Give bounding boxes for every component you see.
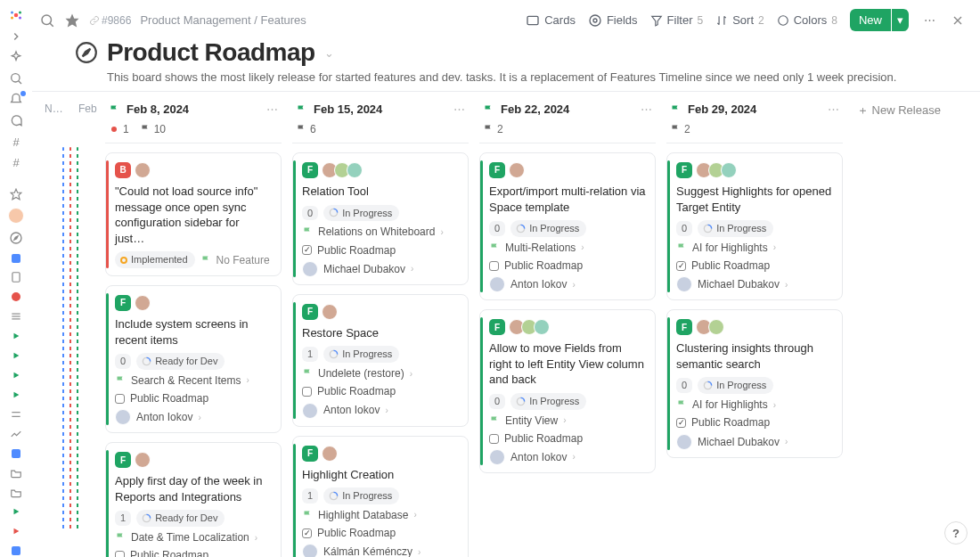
filter-button[interactable]: Filter5 xyxy=(650,13,704,27)
svg-marker-22 xyxy=(66,13,79,27)
svg-marker-14 xyxy=(14,353,20,359)
sq-blue3-icon[interactable] xyxy=(8,545,24,557)
search-icon[interactable] xyxy=(8,71,24,86)
svg-marker-8 xyxy=(14,236,18,240)
column-stats: 2 xyxy=(479,119,656,143)
card[interactable]: F Include system screens in recent items… xyxy=(105,285,282,433)
more-icon[interactable]: ⋯ xyxy=(828,102,839,116)
svg-marker-13 xyxy=(14,333,20,340)
flag-icon xyxy=(296,104,306,115)
column-stats: 2 xyxy=(666,119,843,143)
app-rail: # # xyxy=(0,0,32,557)
chevron-down-icon[interactable]: ⌄ xyxy=(324,46,334,60)
svg-point-5 xyxy=(12,74,20,82)
sq-blue2-icon[interactable] xyxy=(8,447,24,460)
title-area: Product Roadmap ⌄ This board shows the m… xyxy=(32,37,980,91)
play-green4-icon[interactable] xyxy=(8,389,24,401)
help-button[interactable]: ? xyxy=(944,521,968,545)
card[interactable]: F Restore Space1 In Progress Undelete (r… xyxy=(292,294,469,427)
column-header[interactable]: Feb 29, 2024 ⋯ xyxy=(666,101,843,119)
folder-icon[interactable] xyxy=(8,467,24,479)
new-column-button[interactable]: ＋ New Release xyxy=(853,101,978,122)
column-header[interactable]: Feb 8, 2024 ⋯ xyxy=(105,101,282,119)
avatar-icon[interactable] xyxy=(8,208,24,224)
compass-icon[interactable] xyxy=(8,231,24,245)
chart-icon[interactable] xyxy=(8,428,24,440)
flag-icon xyxy=(483,104,494,115)
breadcrumb[interactable]: Product Management / Features xyxy=(140,13,306,27)
more-icon[interactable]: ⋯ xyxy=(641,102,652,116)
no-release-col: No R… Feb … xyxy=(39,92,102,557)
chevron-right-icon[interactable] xyxy=(8,30,24,43)
card[interactable]: F Allow to move Fields from right to lef… xyxy=(479,309,656,473)
card[interactable]: F Relation Tool0 In Progress Relations o… xyxy=(292,152,469,285)
column-header[interactable]: Feb 22, 2024 ⋯ xyxy=(479,101,656,119)
svg-marker-26 xyxy=(651,16,661,25)
new-button[interactable]: New▾ xyxy=(850,9,909,31)
svg-point-1 xyxy=(11,12,13,14)
svg-point-27 xyxy=(778,15,788,25)
column-stats: 1 10 xyxy=(105,119,282,143)
play-red-icon[interactable] xyxy=(8,525,24,537)
play-green5-icon[interactable] xyxy=(8,506,24,519)
svg-rect-23 xyxy=(527,16,538,24)
more-icon[interactable]: ⋯ xyxy=(266,102,278,116)
column: Feb 29, 2024 ⋯ 2 F Suggest Highlights fo… xyxy=(666,101,843,557)
svg-point-0 xyxy=(14,13,19,18)
logo-icon[interactable] xyxy=(8,7,24,23)
svg-point-3 xyxy=(11,17,13,20)
svg-marker-16 xyxy=(14,391,20,397)
svg-marker-15 xyxy=(14,373,20,379)
sort-button[interactable]: Sort2 xyxy=(715,13,764,27)
more-icon[interactable]: ⋯ xyxy=(453,102,465,116)
fields-button[interactable]: Fields xyxy=(588,13,638,28)
entity-code[interactable]: #9866 xyxy=(89,14,131,27)
page-subtitle: This board shows the most likely release… xyxy=(107,70,980,84)
card[interactable]: B "Could not load source info" message o… xyxy=(105,152,282,276)
card[interactable]: F Clustering insights through semantic s… xyxy=(666,309,843,457)
column: Feb 15, 2024 ⋯ 6 F Relation Tool0 In Pro… xyxy=(292,101,469,557)
compass-icon xyxy=(75,41,98,64)
star-icon[interactable] xyxy=(8,188,24,201)
card[interactable]: F Highlight Creation1 In Progress Highli… xyxy=(292,436,469,557)
colors-button[interactable]: Colors8 xyxy=(777,13,837,27)
page-title[interactable]: Product Roadmap xyxy=(107,38,315,67)
square-blue-icon[interactable] xyxy=(8,252,24,265)
close-icon[interactable] xyxy=(950,12,966,29)
column: Feb 22, 2024 ⋯ 2 F Export/import multi-r… xyxy=(479,101,656,557)
svg-marker-19 xyxy=(14,509,20,515)
hash-icon[interactable]: # xyxy=(8,135,24,149)
topbar: #9866 Product Management / Features Card… xyxy=(32,0,980,37)
play-green2-icon[interactable] xyxy=(8,349,24,362)
svg-marker-20 xyxy=(14,528,20,535)
more-icon[interactable]: ⋯ xyxy=(921,12,937,29)
card[interactable]: F Suggest Highlights for opened Target E… xyxy=(666,152,843,300)
hash-icon-2[interactable]: # xyxy=(8,156,24,169)
list-icon[interactable] xyxy=(8,310,24,323)
doc-icon[interactable] xyxy=(8,271,24,283)
card[interactable]: F Export/import multi-relation via Space… xyxy=(479,152,656,300)
chat-icon[interactable] xyxy=(8,114,24,128)
column-header[interactable]: Feb 15, 2024 ⋯ xyxy=(292,101,469,119)
column: Feb 8, 2024 ⋯ 1 10 B "Could not load sou… xyxy=(105,101,282,557)
svg-point-2 xyxy=(19,12,21,14)
svg-point-25 xyxy=(590,15,600,26)
flag-icon xyxy=(109,104,119,115)
svg-point-24 xyxy=(593,19,597,22)
play-green3-icon[interactable] xyxy=(8,369,24,381)
svg-marker-29 xyxy=(83,49,91,57)
star-icon[interactable] xyxy=(64,12,80,29)
menu-icon[interactable] xyxy=(8,408,24,421)
search-icon[interactable] xyxy=(39,12,55,29)
play-green-icon[interactable] xyxy=(8,330,24,342)
svg-rect-9 xyxy=(12,273,20,283)
cards-button[interactable]: Cards xyxy=(526,13,576,28)
card[interactable]: F Apply first day of the week in Reports… xyxy=(105,442,282,557)
folder2-icon[interactable] xyxy=(8,487,24,499)
flag-icon xyxy=(670,104,681,115)
dot-red-icon[interactable] xyxy=(8,291,24,303)
svg-point-4 xyxy=(19,17,21,20)
sparkle-icon[interactable] xyxy=(8,50,24,64)
chevron-down-icon[interactable]: ▾ xyxy=(892,9,909,31)
bell-icon[interactable] xyxy=(8,93,24,107)
